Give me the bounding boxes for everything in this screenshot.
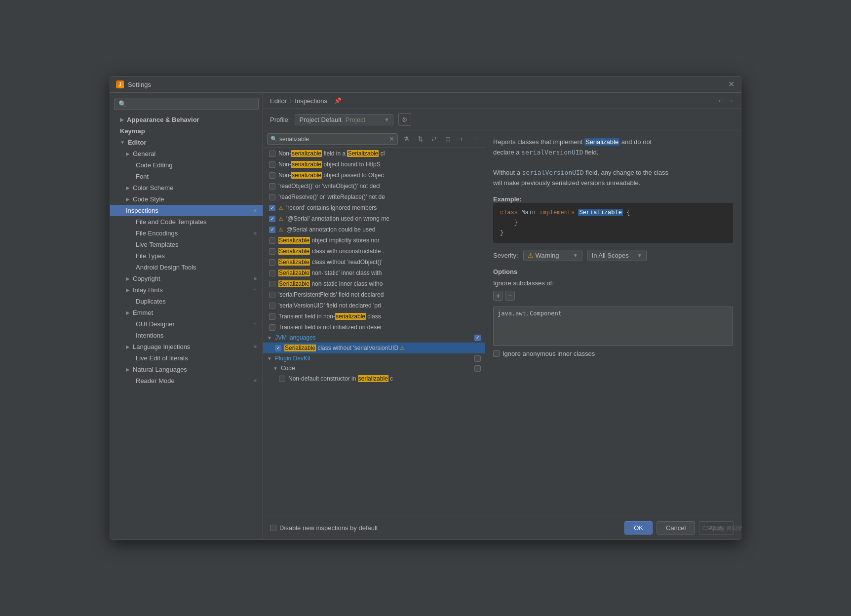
inspection-checkbox[interactable]: [269, 313, 275, 320]
inspection-item[interactable]: ⚠ '@Serial' annotation used on wrong me: [263, 213, 485, 224]
inspection-checkbox[interactable]: [269, 281, 275, 287]
inspection-list[interactable]: Non-serializable field in a Serializable…: [263, 148, 485, 516]
sidebar-item-android-design-tools[interactable]: Android Design Tools: [110, 262, 263, 273]
inspection-checkbox[interactable]: [269, 270, 275, 276]
close-button[interactable]: ✕: [727, 80, 735, 88]
inspection-item[interactable]: 'readResolve()' or 'writeReplace()' not …: [263, 192, 485, 202]
inspection-checkbox[interactable]: [269, 292, 275, 298]
nav-forward-button[interactable]: →: [727, 97, 734, 105]
sidebar-item-duplicates[interactable]: Duplicates: [110, 296, 263, 307]
nav-back-button[interactable]: ←: [717, 97, 724, 105]
filter-search-input[interactable]: [279, 136, 387, 143]
sidebar: 🔍 ▶ Appearance & Behavior Keymap ▼ Edito…: [110, 93, 263, 539]
sidebar-item-color-scheme[interactable]: ▶ Color Scheme: [110, 182, 263, 193]
filter-funnel-button[interactable]: ⚗: [401, 134, 412, 145]
filter-remove-button[interactable]: −: [470, 134, 481, 145]
sidebar-item-file-code-templates[interactable]: File and Code Templates: [110, 216, 263, 228]
inspection-checkbox[interactable]: [269, 194, 275, 200]
sidebar-search-box[interactable]: 🔍: [114, 98, 259, 110]
sidebar-item-keymap[interactable]: Keymap: [110, 125, 263, 137]
settings-icon: ≡: [254, 231, 257, 236]
inspection-item[interactable]: 'readObject()' or 'writeObject()' not de…: [263, 181, 485, 192]
inspection-checkbox[interactable]: [275, 345, 281, 351]
filter-clear-icon[interactable]: ✕: [389, 135, 394, 143]
sidebar-item-code-editing[interactable]: Code Editing: [110, 159, 263, 171]
sidebar-item-live-edit-literals[interactable]: Live Edit of literals: [110, 352, 263, 364]
inspection-checkbox[interactable]: [269, 227, 275, 233]
settings-icon: ≡: [254, 276, 257, 281]
group-checkbox[interactable]: [474, 365, 481, 372]
inspection-item[interactable]: Non-serializable field in a Serializable…: [263, 148, 485, 159]
sidebar-item-inlay-hints[interactable]: ▶ Inlay Hints ≡: [110, 284, 263, 296]
group-checkbox[interactable]: [474, 335, 481, 341]
arrow-icon: ▶: [126, 287, 130, 293]
sidebar-item-inspections[interactable]: Inspections ≡: [110, 205, 263, 216]
sidebar-item-reader-mode[interactable]: Reader Mode ≡: [110, 375, 263, 386]
inspection-item[interactable]: Serializable class without 'readObject()…: [263, 257, 485, 268]
inspection-item[interactable]: Serializable non-'static' inner class wi…: [263, 268, 485, 278]
sidebar-item-intentions[interactable]: Intentions: [110, 330, 263, 341]
inspection-checkbox[interactable]: [269, 303, 275, 309]
inspection-checkbox[interactable]: [269, 172, 275, 179]
ok-button[interactable]: OK: [624, 521, 653, 535]
sidebar-item-gui-designer[interactable]: GUI Designer ≡: [110, 318, 263, 330]
inspection-checkbox[interactable]: [269, 205, 275, 211]
group-header-plugin-devkit[interactable]: ▼ Plugin DevKit: [263, 353, 485, 363]
inspection-item[interactable]: Non-serializable object bound to HttpS: [263, 159, 485, 170]
sidebar-item-general[interactable]: ▶ General: [110, 148, 263, 159]
sidebar-item-file-encodings[interactable]: File Encodings ≡: [110, 228, 263, 239]
sidebar-item-editor[interactable]: ▼ Editor: [110, 137, 263, 148]
inspection-item[interactable]: Transient field is not initialized on de…: [263, 322, 485, 333]
inspection-item[interactable]: 'serialPersistentFields' field not decla…: [263, 289, 485, 300]
add-subclass-button[interactable]: +: [493, 291, 503, 301]
inspection-checkbox[interactable]: [269, 237, 275, 244]
inspection-item-selected[interactable]: Serializable class without 'serialVersio…: [263, 343, 485, 353]
disable-inspections-checkbox[interactable]: [270, 525, 276, 531]
sidebar-item-language-injections[interactable]: ▶ Language Injections ≡: [110, 341, 263, 352]
sidebar-item-natural-languages[interactable]: ▶ Natural Languages: [110, 364, 263, 375]
group-header-jvm-languages[interactable]: ▼ JVM languages: [263, 333, 485, 343]
filter-collapse-all-button[interactable]: ⇄: [428, 134, 439, 145]
inspection-item[interactable]: ⚠ @Serial annotation could be used: [263, 224, 485, 235]
inspection-item[interactable]: Serializable class with unconstructable …: [263, 246, 485, 257]
inspection-checkbox[interactable]: [269, 324, 275, 331]
remove-subclass-button[interactable]: −: [505, 291, 515, 301]
inspection-item[interactable]: ⚠ 'record' contains ignored members: [263, 202, 485, 213]
sidebar-search-input[interactable]: [128, 101, 254, 108]
inspection-checkbox[interactable]: [269, 259, 275, 266]
inspection-checkbox[interactable]: [269, 216, 275, 222]
inspection-checkbox[interactable]: [269, 183, 275, 190]
filter-add-button[interactable]: +: [456, 134, 467, 145]
sidebar-item-file-types[interactable]: File Types: [110, 250, 263, 262]
inspection-checkbox[interactable]: [279, 376, 285, 382]
inspection-checkbox[interactable]: [269, 248, 275, 255]
cancel-button[interactable]: Cancel: [657, 521, 695, 535]
ignore-anon-checkbox[interactable]: [493, 350, 500, 357]
profile-dropdown[interactable]: Project Default Project ▼: [295, 114, 393, 125]
subclass-item[interactable]: java.awt.Component: [496, 309, 731, 318]
profile-gear-button[interactable]: ⚙: [398, 113, 411, 126]
filter-expand-all-button[interactable]: ⇅: [415, 134, 426, 145]
sidebar-item-emmet[interactable]: ▶ Emmet: [110, 307, 263, 318]
inspection-item[interactable]: Non-serializable object passed to Objec: [263, 170, 485, 181]
filter-search-box[interactable]: 🔍 ✕: [267, 133, 398, 145]
sidebar-item-font[interactable]: Font: [110, 171, 263, 182]
group-header-code[interactable]: ▼ Code: [263, 363, 485, 373]
scope-dropdown[interactable]: In All Scopes ▼: [587, 250, 647, 261]
inspection-checkbox[interactable]: [269, 161, 275, 168]
inspection-item[interactable]: Transient field in non-serializable clas…: [263, 311, 485, 322]
sidebar-item-code-style[interactable]: ▶ Code Style: [110, 193, 263, 205]
inspection-item[interactable]: 'serialVersionUID' field not declared 'p…: [263, 300, 485, 311]
sidebar-item-copyright[interactable]: ▶ Copyright ≡: [110, 273, 263, 284]
inspection-checkbox[interactable]: [269, 151, 275, 157]
inspection-item[interactable]: Serializable object implicitly stores no…: [263, 235, 485, 246]
breadcrumb-editor[interactable]: Editor: [270, 97, 287, 105]
group-checkbox[interactable]: [474, 355, 481, 362]
severity-dropdown[interactable]: ⚠ Warning ▼: [523, 250, 582, 261]
sidebar-item-appearance[interactable]: ▶ Appearance & Behavior: [110, 114, 263, 125]
sidebar-item-live-templates[interactable]: Live Templates: [110, 239, 263, 250]
inspection-item[interactable]: Serializable non-static inner class with…: [263, 278, 485, 289]
inspection-item[interactable]: Non-default constructor in serializable …: [263, 373, 485, 384]
filter-group-button[interactable]: ⊡: [442, 134, 453, 145]
breadcrumb-pin-icon[interactable]: 📌: [334, 97, 342, 104]
